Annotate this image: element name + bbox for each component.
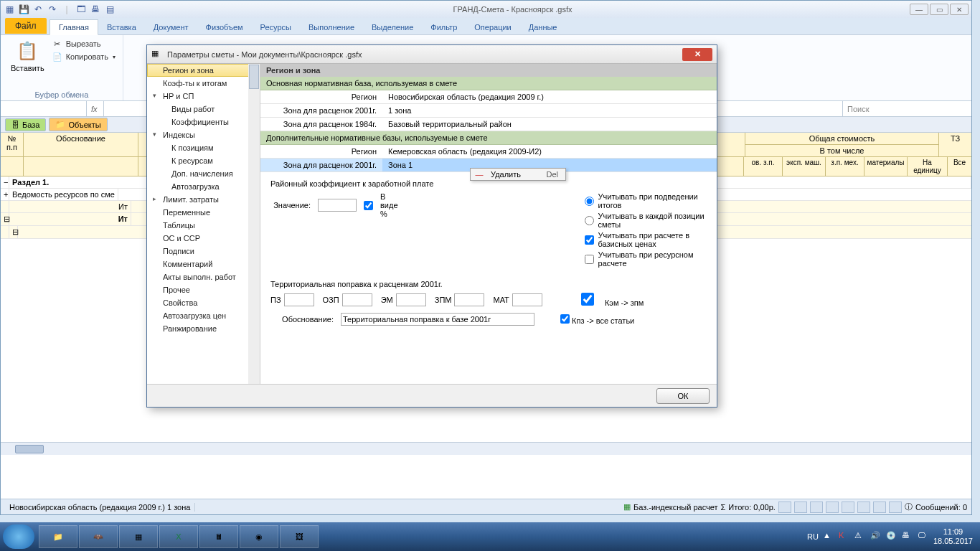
nav-coef[interactable]: Коэффициенты — [147, 116, 260, 128]
nav-podpisi[interactable]: Подписи — [147, 245, 260, 258]
tab-data[interactable]: Данные — [520, 20, 566, 34]
task-excel[interactable]: X — [159, 525, 198, 548]
status-btn-8[interactable] — [889, 501, 902, 513]
nav-vars[interactable]: Переменные — [147, 206, 260, 219]
qat-print-icon[interactable]: 🖶 — [90, 4, 101, 15]
status-btn-7[interactable] — [873, 501, 886, 513]
tab-operations[interactable]: Операции — [466, 20, 519, 34]
task-grand[interactable]: ▦ — [119, 525, 158, 548]
dialog-close-button[interactable]: ✕ — [682, 48, 712, 61]
opt-itogi-radio[interactable] — [585, 197, 594, 206]
nav-scrollbar[interactable] — [248, 64, 260, 384]
vedomost-row[interactable]: Ведомость ресурсов по сме — [9, 189, 118, 200]
nav-region-zone[interactable]: Регион и зона — [147, 64, 260, 77]
nav-nr-sp[interactable]: НР и СП — [147, 90, 260, 103]
start-button[interactable] — [3, 524, 34, 549]
col-incl: В том числе — [745, 145, 938, 157]
copy-button[interactable]: 📄Копировать▾ — [52, 51, 116, 62]
nav-coef-itogi[interactable]: Коэф-ты к итогам — [147, 77, 260, 90]
status-btn-1[interactable] — [778, 501, 791, 513]
horizontal-scrollbar[interactable] — [1, 442, 971, 455]
task-calc[interactable]: 🖩 — [199, 525, 238, 548]
prop-region-addl[interactable]: РегионКемеровская область (редакция 2009… — [260, 145, 717, 159]
tray-printer-icon[interactable]: 🖶 — [902, 531, 913, 542]
nav-autoload[interactable]: Автозагрузка — [147, 180, 260, 193]
zpm-input[interactable] — [454, 293, 484, 306]
qat-undo-icon[interactable]: ↶ — [32, 4, 44, 15]
name-box[interactable] — [1, 101, 87, 116]
nav-k-poz[interactable]: К позициям — [147, 141, 260, 154]
tray-disc-icon[interactable]: 💿 — [886, 531, 897, 542]
tray-display-icon[interactable]: 🖵 — [918, 531, 929, 542]
tab-document[interactable]: Документ — [145, 20, 197, 34]
objects-button[interactable]: 📁Объекты — [49, 118, 107, 131]
nav-dop-nach[interactable]: Доп. начисления — [147, 167, 260, 180]
prop-zone-1984[interactable]: Зона для расценок 1984г.Базовый территор… — [260, 118, 717, 131]
mat-input[interactable] — [512, 293, 542, 306]
minimize-button[interactable]: — — [910, 4, 928, 15]
tray-clock[interactable]: 11:09 18.05.2017 — [933, 527, 973, 546]
value-input[interactable] — [318, 199, 357, 212]
ozp-input[interactable] — [342, 293, 372, 306]
qat-save-icon[interactable]: 💾 — [18, 4, 29, 15]
status-btn-3[interactable] — [810, 501, 823, 513]
base-button[interactable]: 🗄База — [5, 118, 46, 131]
nav-autoload-prices[interactable]: Автозагрузка цен — [147, 309, 260, 322]
opt-resource-checkbox[interactable] — [585, 255, 594, 264]
close-button[interactable]: ✕ — [950, 4, 969, 15]
tab-execution[interactable]: Выполнение — [300, 20, 363, 34]
prop-region-main[interactable]: РегионНовосибирская область (редакция 20… — [260, 90, 717, 104]
nav-k-res[interactable]: К ресурсам — [147, 154, 260, 167]
tab-main[interactable]: Главная — [50, 19, 98, 35]
search-box[interactable]: Поиск — [842, 101, 971, 116]
nav-other[interactable]: Прочее — [147, 283, 260, 296]
status-btn-5[interactable] — [842, 501, 854, 513]
tab-insert[interactable]: Вставка — [98, 20, 145, 34]
tray-lang[interactable]: RU — [807, 532, 819, 541]
dialog-title-bar[interactable]: ▦ Параметры сметы - Мои документы\Красно… — [147, 45, 717, 64]
nav-comment[interactable]: Комментарий — [147, 258, 260, 270]
prop-zone-2001[interactable]: Зона для расценок 2001г.1 зона — [260, 104, 717, 118]
em-input[interactable] — [396, 293, 426, 306]
ok-button[interactable]: ОК — [656, 388, 710, 404]
cut-button[interactable]: ✂Вырезать — [52, 38, 116, 50]
nav-indexes[interactable]: Индексы — [147, 128, 260, 141]
task-chrome[interactable]: ◉ — [240, 525, 278, 548]
tab-fizobem[interactable]: Физобъем — [197, 20, 252, 34]
kem-zpm-checkbox[interactable] — [573, 293, 603, 306]
nav-vidy-rabot[interactable]: Виды работ — [147, 103, 260, 116]
qat-preview-icon[interactable]: ▤ — [104, 4, 116, 15]
task-bat[interactable]: 🦇 — [79, 525, 118, 548]
nav-limit[interactable]: Лимит. затраты — [147, 193, 260, 206]
tab-selection[interactable]: Выделение — [363, 20, 422, 34]
nav-props[interactable]: Свойства — [147, 296, 260, 309]
nav-akty[interactable]: Акты выполн. работ — [147, 270, 260, 283]
tray-sound-icon[interactable]: 🔊 — [870, 531, 882, 542]
ctx-delete[interactable]: Удалить — [488, 170, 546, 179]
task-explorer[interactable]: 📁 — [39, 525, 77, 548]
tray-net-icon[interactable]: ⚠ — [854, 531, 866, 542]
content-header: Регион и зона — [260, 64, 717, 77]
status-btn-2[interactable] — [794, 501, 807, 513]
percent-checkbox[interactable] — [364, 201, 373, 210]
pz-input[interactable] — [284, 293, 314, 306]
qat-calc-icon[interactable]: 🗔 — [75, 4, 87, 15]
kpz-all-checkbox[interactable] — [560, 314, 570, 324]
file-tab[interactable]: Файл — [5, 18, 47, 34]
tray-av-icon[interactable]: K — [839, 531, 850, 542]
opt-basis-checkbox[interactable] — [585, 235, 594, 245]
nav-ranking[interactable]: Ранжирование — [147, 322, 260, 335]
tray-flag-icon[interactable]: ▲ — [823, 531, 834, 542]
tab-resources[interactable]: Ресурсы — [252, 20, 300, 34]
obosn-input[interactable] — [341, 313, 534, 326]
qat-redo-icon[interactable]: ↷ — [47, 4, 58, 15]
nav-tables[interactable]: Таблицы — [147, 219, 260, 232]
nav-os-ssr[interactable]: ОС и ССР — [147, 232, 260, 245]
status-btn-4[interactable] — [826, 501, 839, 513]
maximize-button[interactable]: ▭ — [930, 4, 948, 15]
status-btn-6[interactable] — [857, 501, 870, 513]
task-gallery[interactable]: 🖼 — [280, 525, 319, 548]
tab-filter[interactable]: Фильтр — [422, 20, 466, 34]
opt-each-radio[interactable] — [585, 216, 594, 225]
paste-button[interactable]: 📋 Вставить — [8, 38, 47, 89]
